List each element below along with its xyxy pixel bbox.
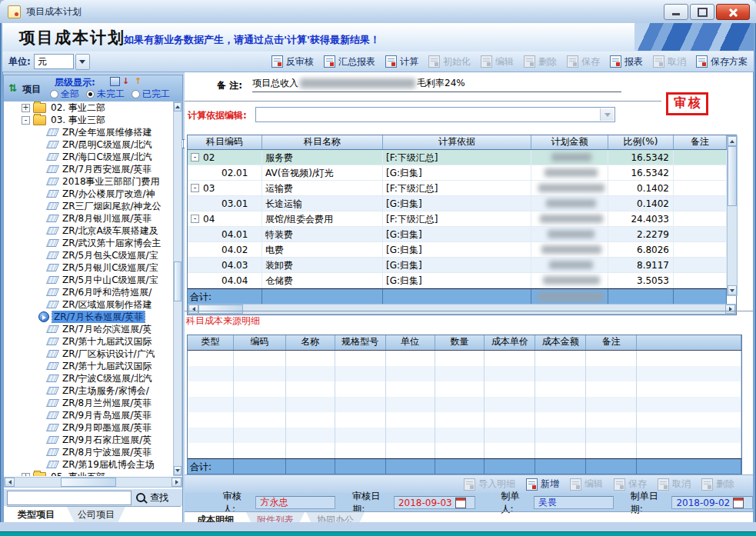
detail-column-header[interactable]: 备注 — [586, 335, 637, 350]
detail-column-header[interactable] — [637, 335, 741, 350]
tree-item[interactable]: ZR/武汉第十届家博会主 — [5, 237, 173, 249]
calendar-icon[interactable] — [733, 498, 744, 508]
tree-item[interactable]: ZR/厂区标识设计/广汽 — [5, 348, 173, 360]
grid-hscroll-thumb[interactable] — [198, 305, 243, 314]
collapse-icon[interactable]: - — [191, 153, 199, 161]
creator-field[interactable]: 吴畏 — [534, 496, 614, 509]
tree-item[interactable]: ZR/主场服务/家博会/ — [5, 385, 173, 397]
toolbar-button-保存[interactable]: 保存 — [567, 55, 600, 68]
toolbar-button-删除[interactable]: 删除 — [524, 55, 557, 68]
radio-全部[interactable]: 全部 — [50, 88, 79, 101]
tree-item[interactable]: ZR/9月石家庄巡展/英 — [5, 434, 173, 446]
tree-item[interactable]: ZR/8月宁波巡展/英菲 — [5, 446, 173, 458]
radio-未完工[interactable]: 未完工 — [86, 88, 125, 101]
sort-asc-icon[interactable]: ↑ — [135, 77, 145, 86]
tree-item[interactable]: ZR三厂烟囱尾款/神龙公 — [5, 200, 173, 212]
toolbar-button-反审核[interactable]: 反审核 — [271, 55, 314, 68]
toolbar-button-汇总报表[interactable]: 汇总报表 — [324, 55, 375, 68]
tree-item[interactable]: ZR/5月包头C级巡展/宝 — [5, 249, 173, 261]
search-icon[interactable] — [136, 493, 145, 502]
detail-button-新增[interactable]: 新增 — [526, 478, 559, 491]
detail-column-header[interactable]: 成本单价 — [485, 335, 535, 350]
main-table-row[interactable]: 04.03 装卸费 [G:归集] 8.9117 — [188, 258, 727, 273]
detail-button-编辑[interactable]: 编辑 — [570, 478, 603, 491]
tree-item[interactable]: ZR/5月中山C级巡展/宝 — [5, 274, 173, 286]
main-column-header[interactable]: 科目编码 — [188, 135, 262, 149]
toolbar-button-初始化[interactable]: 初始化 — [428, 55, 471, 68]
main-table-row[interactable]: 04.04 仓储费 [G:归集] 3.5053 — [188, 273, 727, 288]
detail-column-header[interactable]: 规格型号 — [335, 335, 386, 350]
search-input[interactable] — [7, 491, 132, 505]
detail-column-header[interactable]: 单位 — [386, 335, 435, 350]
tree-expander-icon[interactable]: + — [22, 104, 30, 112]
unit-select[interactable]: 元 — [34, 54, 74, 69]
tree-item[interactable]: ZR/7月哈尔滨巡展/英 — [5, 323, 173, 335]
view-list-icon[interactable] — [110, 77, 120, 86]
scroll-up-icon[interactable] — [174, 102, 182, 112]
scroll-down-icon[interactable] — [728, 285, 737, 295]
tree-folder[interactable]: + 05. 事业五部 — [5, 471, 173, 476]
tree-hscroll-thumb[interactable] — [61, 478, 116, 487]
tree-expander-icon[interactable]: - — [22, 116, 30, 125]
sort-desc-icon[interactable]: ↓ — [122, 77, 132, 86]
tree-folder[interactable]: - 03. 事业三部 — [5, 114, 173, 126]
collapse-icon[interactable]: - — [191, 184, 199, 192]
main-column-header[interactable]: 科目名称 — [262, 135, 383, 149]
detail-column-header[interactable]: 类型 — [188, 335, 234, 350]
unit-dropdown-button[interactable] — [75, 54, 90, 70]
collapse-icon[interactable]: - — [191, 215, 199, 223]
tree-item[interactable]: 2018事业三部部门费用 — [5, 175, 173, 188]
tree-item[interactable]: ZR/宁波C级巡展/北汽 — [5, 372, 173, 385]
main-column-header[interactable]: 计划金额 — [531, 135, 608, 149]
toolbar-button-编辑[interactable]: 编辑 — [481, 55, 514, 68]
tree-item[interactable]: ZR/区域巡展制作搭建 — [5, 298, 173, 311]
detail-button-取消[interactable]: 取消 — [658, 478, 691, 491]
main-table-row[interactable]: -04 展馆/组委会费用 [F:下级汇总] 24.4033 — [188, 211, 727, 227]
tree-item[interactable]: ZR/昆明C级巡展/北汽 — [5, 138, 173, 151]
main-column-header[interactable]: 比例(%) — [608, 135, 674, 149]
grid-scroll-thumb[interactable] — [728, 146, 737, 206]
audit-date-field[interactable]: 2018-09-03 — [394, 496, 475, 509]
main-table-row[interactable]: 03.01 长途运输 [G:归集] 0.1402 — [188, 196, 727, 211]
refresh-icon[interactable]: ⇅ — [8, 82, 17, 94]
tree-item[interactable]: ZR/6月呼和浩特巡展/ — [5, 286, 173, 298]
tree-item[interactable]: ZR/第十九届武汉国际 — [5, 360, 173, 372]
tree-item[interactable]: ZR/8月兰州巡展/英菲 — [5, 397, 173, 409]
tree-item[interactable]: ZR/8月银川巡展/英菲 — [5, 212, 173, 225]
grid-horizontal-scrollbar[interactable] — [188, 304, 736, 315]
tree-item[interactable]: ZR/海口C级巡展/北汽 — [5, 151, 173, 163]
scroll-left-icon[interactable] — [188, 305, 198, 314]
radio-已完工[interactable]: 已完工 — [132, 88, 170, 101]
detail-column-header[interactable]: 成本金额 — [535, 335, 586, 350]
tree-item[interactable]: ZR/第19届机博会主场 — [5, 458, 173, 471]
tree-scroll-thumb[interactable] — [174, 261, 182, 301]
toolbar-button-保存方案[interactable]: 保存方案 — [696, 55, 748, 68]
combo-dropdown-button[interactable] — [600, 108, 614, 121]
detail-button-保存[interactable]: 保存 — [614, 478, 647, 491]
tree-item[interactable]: ZR/9月青岛巡展/英菲 — [5, 409, 173, 421]
detail-button-导入明细[interactable]: 导入明细 — [464, 478, 515, 491]
main-table-row[interactable]: -03 运输费 [F:下级汇总] 0.1402 — [188, 181, 727, 196]
tree-item[interactable]: ZR/5月银川C级巡展/宝 — [5, 261, 173, 274]
calc-basis-combobox[interactable] — [255, 107, 615, 122]
main-column-header[interactable]: 计算依据 — [383, 135, 531, 149]
main-table-row[interactable]: 04.02 电费 [G:归集] 6.8026 — [188, 242, 727, 258]
tree-item[interactable]: ZR/7月西安巡展/英菲 — [5, 163, 173, 175]
toolbar-button-计算[interactable]: 计算 — [385, 55, 418, 68]
minimize-button[interactable] — [664, 4, 688, 20]
remark-field[interactable]: 项目总收入 毛利率24% — [252, 75, 621, 92]
detail-column-header[interactable]: 名称 — [286, 335, 335, 350]
sidebar-tab-类型项目[interactable]: 类型项目 — [7, 507, 65, 523]
calendar-icon[interactable] — [455, 498, 466, 508]
main-table-row[interactable]: 02.01 AV(音视频)/灯光 [G:归集] 16.5342 — [188, 165, 727, 181]
auditor-field[interactable]: 方永忠 — [255, 496, 335, 509]
main-table-row[interactable]: -02 服务费 [F:下级汇总] 16.5342 — [188, 150, 727, 165]
scroll-right-icon[interactable] — [172, 478, 182, 487]
restore-button[interactable] — [690, 4, 714, 20]
sidebar-tab-公司项目[interactable]: 公司项目 — [67, 507, 125, 523]
grid-vertical-scrollbar[interactable] — [727, 135, 738, 296]
search-button-label[interactable]: 查找 — [150, 491, 168, 504]
tree-horizontal-scrollbar[interactable] — [4, 477, 182, 488]
tree-item[interactable]: ZR/北京A级车展搭建及 — [5, 225, 173, 237]
scroll-up-icon[interactable] — [728, 136, 737, 146]
